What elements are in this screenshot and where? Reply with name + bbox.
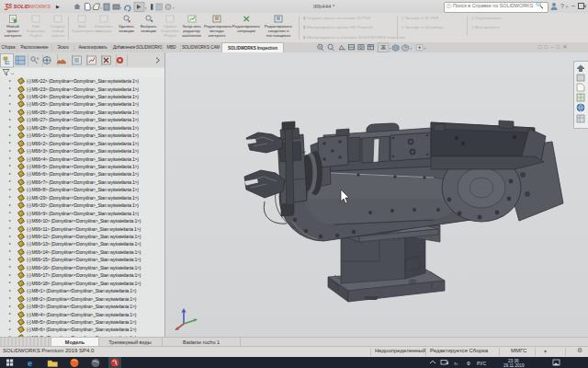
svg-text:▾: ▾	[410, 47, 412, 51]
svg-text:23:36: 23:36	[508, 359, 519, 363]
svg-text:РУС: РУС	[477, 361, 486, 366]
svg-text:29.11.2019: 29.11.2019	[503, 363, 525, 368]
svg-text:e: e	[28, 359, 32, 368]
svg-text:▾: ▾	[424, 47, 426, 51]
svg-text:▾: ▾	[173, 6, 175, 10]
svg-text:т‹: т‹	[454, 361, 458, 366]
svg-text:Ф: Ф	[467, 361, 470, 366]
svg-text:▾: ▾	[390, 47, 391, 51]
